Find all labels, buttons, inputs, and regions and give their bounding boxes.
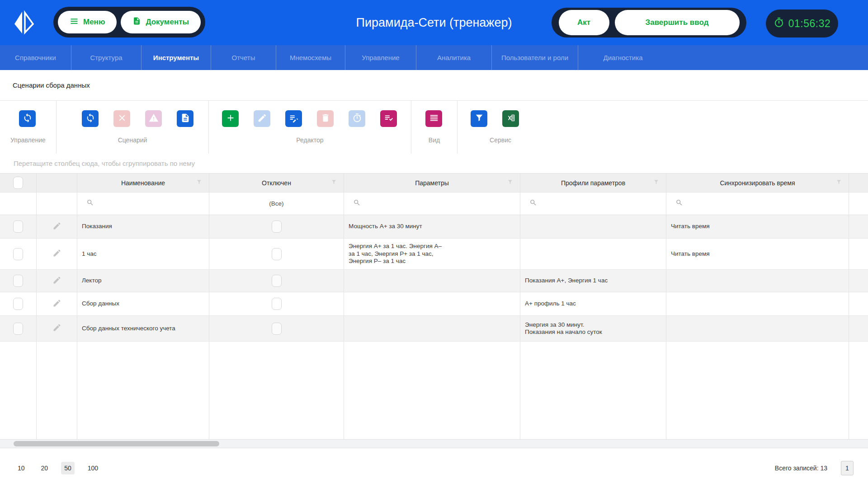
excel-export-button[interactable] [502, 110, 519, 127]
view-list-button[interactable] [425, 110, 442, 127]
table-row[interactable]: Сбор данных технического учета Энергия з… [0, 316, 868, 342]
row-checkbox[interactable] [13, 275, 23, 287]
table-empty-area [0, 342, 868, 439]
cell-extra [849, 316, 868, 341]
cell-name: Сбор данных технического учета [77, 316, 209, 341]
horizontal-scrollbar[interactable] [0, 439, 868, 448]
edit-pencil-icon[interactable] [52, 221, 61, 232]
table-row[interactable]: Лектор Показания А+, Энергия 1 час [0, 270, 868, 292]
cell-profiles [520, 239, 666, 269]
filter-select-cell [0, 192, 36, 215]
disabled-checkbox[interactable] [272, 248, 282, 260]
column-header-sync[interactable]: Синхронизировать время [666, 174, 849, 192]
row-checkbox[interactable] [13, 323, 23, 335]
plus-icon [226, 113, 236, 124]
nav-item-struktura[interactable]: Структура [71, 45, 141, 70]
nav-item-instrumenty[interactable]: Инструменты [141, 45, 211, 70]
stopwatch-icon [774, 17, 784, 30]
nav-item-upravlenie[interactable]: Управление [345, 45, 416, 70]
edit-pencil-icon[interactable] [52, 276, 61, 286]
toolbar-group-label: Сервис [458, 136, 543, 144]
app-window: Меню Документы Пирамида-Сети (тренажер) … [0, 0, 868, 488]
delete-button[interactable] [317, 110, 334, 127]
finish-input-button[interactable]: Завершить ввод [615, 10, 740, 35]
filter-input-sync[interactable] [666, 192, 849, 215]
disabled-checkbox[interactable] [272, 323, 282, 335]
table-row[interactable]: Сбор данных А+ профиль 1 час [0, 292, 868, 316]
filter-funnel-icon[interactable] [835, 179, 842, 187]
app-title: Пирамида-Сети (тренажер) [356, 16, 512, 30]
disabled-checkbox[interactable] [272, 221, 282, 233]
filter-button[interactable] [471, 110, 487, 127]
nav-item-otchety[interactable]: Отчеты [211, 45, 276, 70]
nav-item-spravochniki[interactable]: Справочники [0, 45, 71, 70]
table-row[interactable]: 1 час Энергия А+ за 1 час. Энергия А– за… [0, 239, 868, 270]
page-size-50[interactable]: 50 [61, 462, 75, 474]
filter-input-name[interactable] [77, 192, 209, 215]
search-icon [353, 199, 361, 208]
filter-funnel-icon[interactable] [507, 179, 514, 187]
menu-button[interactable]: Меню [58, 11, 117, 33]
document-icon [132, 17, 141, 28]
edit-button[interactable] [254, 110, 270, 127]
page-size-selector: 10 20 50 100 [14, 462, 101, 474]
column-header-disabled[interactable]: Отключен [209, 174, 344, 192]
filter-funnel-icon[interactable] [196, 179, 203, 187]
disabled-checkbox[interactable] [272, 298, 282, 310]
row-checkbox[interactable] [13, 248, 23, 260]
filter-funnel-icon[interactable] [653, 179, 660, 187]
main-nav: Справочники Структура Инструменты Отчеты… [0, 45, 868, 70]
documents-button[interactable]: Документы [121, 11, 201, 33]
nav-item-diagnostika[interactable]: Диагностика [578, 45, 668, 70]
stopwatch-icon [352, 113, 362, 124]
column-header-profiles[interactable]: Профили параметров [520, 174, 666, 192]
nav-item-analitika[interactable]: Аналитика [416, 45, 491, 70]
group-by-drop-zone[interactable]: Перетащите столбец сюда, чтобы сгруппиро… [0, 154, 868, 173]
scenario-cancel-button[interactable] [113, 110, 130, 127]
scrollbar-thumb[interactable] [14, 441, 219, 446]
row-checkbox[interactable] [13, 221, 23, 233]
select-all-checkbox[interactable] [13, 177, 23, 189]
edit-pencil-icon[interactable] [52, 323, 61, 334]
session-timer: 01:56:32 [766, 9, 838, 38]
filter-input-params[interactable] [344, 192, 520, 215]
page-size-100[interactable]: 100 [85, 462, 101, 474]
cell-params [344, 292, 520, 315]
filter-dropdown-disabled[interactable]: (Все) [209, 192, 344, 215]
refresh-button[interactable] [19, 110, 36, 127]
scenario-warning-button[interactable] [145, 110, 162, 127]
header-select-cell [0, 174, 36, 192]
filter-funnel-icon[interactable] [330, 179, 337, 187]
page-size-20[interactable]: 20 [38, 462, 52, 474]
search-icon [86, 199, 94, 208]
schedule-button[interactable] [349, 110, 365, 127]
nav-item-polzovateli[interactable]: Пользователи и роли [491, 45, 578, 70]
column-header-params[interactable]: Параметры [344, 174, 520, 192]
cell-sync [666, 270, 849, 292]
current-page-button[interactable]: 1 [841, 461, 854, 475]
toolbar-group-servis: Сервис [458, 101, 543, 154]
toolbar-group-label: Редактор [209, 136, 411, 144]
filter-input-profiles[interactable] [520, 192, 666, 215]
approve-list-button[interactable] [380, 110, 397, 127]
cell-params: Мощность А+ за 30 минут [344, 215, 520, 238]
scenario-report-button[interactable] [177, 110, 193, 127]
nav-item-mnemoskhemy[interactable]: Мнемосхемы [276, 45, 345, 70]
toolbar-group-label: Вид [411, 136, 457, 144]
filter-edit-cell [36, 192, 77, 215]
table-row[interactable]: Показания Мощность А+ за 30 минут Читать… [0, 215, 868, 239]
scenario-refresh-button[interactable] [82, 110, 99, 127]
toolbar: Управление Сценарий [0, 100, 868, 154]
row-checkbox[interactable] [13, 298, 23, 310]
pyramid-logo-icon [14, 10, 34, 37]
column-header-name[interactable]: Наименование [77, 174, 209, 192]
edit-pencil-icon[interactable] [52, 299, 61, 310]
app-header: Меню Документы Пирамида-Сети (тренажер) … [0, 0, 868, 45]
disabled-checkbox[interactable] [272, 275, 282, 287]
edit-note-button[interactable] [285, 110, 302, 127]
edit-pencil-icon[interactable] [52, 249, 61, 259]
cell-name: 1 час [77, 239, 209, 269]
add-button[interactable] [222, 110, 239, 127]
act-button[interactable]: Акт [559, 10, 609, 35]
page-size-10[interactable]: 10 [14, 462, 28, 474]
